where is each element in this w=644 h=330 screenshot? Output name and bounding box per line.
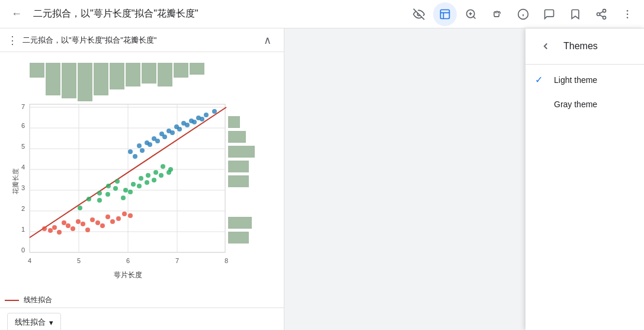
chart-svg-container: 0 1 2 3 4 5 6 7 [5, 57, 279, 288]
svg-point-75 [78, 206, 82, 210]
svg-point-65 [81, 222, 85, 226]
svg-rect-29 [190, 63, 204, 75]
share-button[interactable] [589, 2, 613, 26]
svg-point-84 [153, 170, 158, 175]
pan-button[interactable] [485, 2, 509, 26]
svg-point-77 [97, 191, 102, 196]
svg-point-116 [185, 123, 190, 127]
svg-text:2: 2 [21, 205, 24, 212]
svg-point-61 [62, 220, 66, 225]
svg-point-18 [627, 17, 629, 18]
svg-point-87 [97, 198, 102, 203]
svg-text:5: 5 [76, 257, 80, 264]
back-button[interactable]: ← [5, 2, 28, 26]
theme-gray-label: Gray theme [554, 100, 597, 109]
themes-title: Themes [563, 41, 598, 52]
legend-area: 线性拟合 [0, 293, 284, 307]
svg-text:3: 3 [21, 184, 24, 191]
svg-text:萼片长度: 萼片长度 [114, 271, 142, 279]
theme-check-light: ✓ [535, 74, 547, 85]
svg-point-88 [105, 192, 110, 197]
annotate-button[interactable] [433, 2, 457, 26]
svg-line-5 [473, 16, 476, 18]
svg-point-98 [137, 143, 142, 148]
back-icon: ← [11, 8, 22, 20]
svg-text:6: 6 [21, 122, 24, 129]
svg-line-14 [600, 15, 603, 17]
panel-menu-icon[interactable]: ⋮ [7, 34, 18, 47]
svg-text:1: 1 [21, 226, 24, 233]
svg-point-82 [139, 176, 143, 181]
svg-point-114 [170, 130, 175, 135]
svg-rect-28 [174, 63, 188, 78]
svg-rect-22 [78, 63, 92, 101]
svg-text:4: 4 [21, 164, 24, 171]
left-panel: ⋮ 二元拟合，以"萼片长度"拟合"花瓣长度" ∧ [0, 28, 284, 330]
svg-point-113 [162, 134, 167, 139]
svg-point-12 [597, 12, 600, 15]
svg-point-109 [133, 154, 137, 159]
fit-button-label: 线性拟合 [15, 317, 46, 328]
svg-point-117 [192, 120, 197, 124]
info-button[interactable] [511, 2, 535, 26]
theme-item-light[interactable]: ✓ Light theme [526, 67, 644, 92]
zoom-button[interactable] [459, 2, 483, 26]
svg-point-11 [603, 9, 606, 12]
panel-header-left: ⋮ 二元拟合，以"萼片长度"拟合"花瓣长度" [7, 34, 156, 47]
svg-rect-20 [46, 63, 60, 95]
svg-point-78 [106, 184, 111, 188]
svg-rect-119 [228, 175, 249, 187]
fit-button[interactable]: 线性拟合 ▾ [7, 313, 61, 330]
svg-point-81 [131, 182, 136, 187]
comment-button[interactable] [537, 2, 561, 26]
svg-point-58 [48, 228, 53, 233]
toolbar-icons [407, 2, 639, 26]
pan-icon [491, 8, 503, 20]
themes-back-icon [540, 41, 551, 52]
bookmark-button[interactable] [563, 2, 587, 26]
svg-point-68 [95, 220, 100, 225]
zoom-icon [465, 8, 477, 20]
theme-light-label: Light theme [554, 75, 597, 85]
chart-svg: 0 1 2 3 4 5 6 7 [12, 57, 273, 288]
svg-point-91 [128, 190, 133, 194]
svg-point-83 [146, 173, 150, 178]
svg-point-115 [177, 127, 182, 132]
svg-rect-19 [30, 63, 44, 78]
themes-back-button[interactable] [535, 36, 556, 57]
svg-rect-120 [228, 161, 249, 172]
panel-collapse-button[interactable]: ∧ [258, 31, 277, 50]
svg-point-64 [76, 219, 81, 224]
svg-point-62 [66, 223, 71, 228]
svg-text:4: 4 [27, 257, 31, 264]
svg-point-110 [140, 148, 145, 153]
panel-header: ⋮ 二元拟合，以"萼片长度"拟合"花瓣长度" ∧ [0, 28, 284, 52]
svg-point-59 [52, 225, 57, 230]
svg-point-80 [123, 188, 128, 193]
svg-point-73 [122, 212, 127, 216]
main-area: ⋮ 二元拟合，以"萼片长度"拟合"花瓣长度" ∧ [0, 28, 644, 330]
bottom-bar: 线性拟合 ▾ [0, 307, 284, 330]
legend-line-symbol [5, 300, 19, 301]
svg-point-72 [116, 216, 121, 221]
more-button[interactable] [616, 2, 639, 26]
hide-button[interactable] [407, 2, 431, 26]
svg-rect-26 [142, 63, 156, 84]
svg-point-97 [128, 149, 133, 154]
svg-point-69 [100, 223, 105, 228]
svg-point-111 [148, 142, 152, 147]
svg-point-63 [71, 226, 75, 231]
svg-point-107 [204, 113, 209, 117]
svg-point-95 [159, 173, 164, 178]
svg-rect-23 [94, 63, 108, 95]
svg-line-15 [600, 11, 603, 13]
dropdown-icon: ▾ [49, 318, 53, 327]
theme-item-gray[interactable]: Gray theme [526, 92, 644, 116]
svg-point-71 [110, 219, 115, 224]
svg-point-17 [627, 13, 629, 15]
svg-text:7: 7 [175, 257, 178, 264]
hide-icon [413, 8, 425, 20]
themes-header: Themes [526, 28, 644, 65]
share-icon [595, 8, 607, 20]
themes-panel: Themes ✓ Light theme Gray theme [526, 28, 644, 330]
